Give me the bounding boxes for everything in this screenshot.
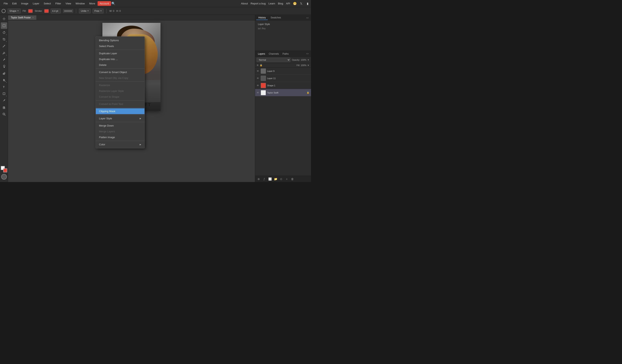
svg-point-4 [3, 65, 5, 67]
menu-filter[interactable]: Filter [53, 1, 63, 6]
text-tool[interactable]: T [1, 84, 7, 90]
fill-arrow-icon[interactable]: ▼ [307, 64, 310, 67]
move-tool[interactable] [1, 16, 7, 22]
ctx-select-pixels[interactable]: Select Pixels [96, 43, 144, 49]
menu-window[interactable]: Window [74, 1, 87, 6]
svg-point-2 [3, 32, 5, 34]
new-group-btn[interactable]: 📁 [273, 177, 277, 181]
layer-name-0: Layer 9 [267, 70, 310, 72]
history-swatches-panel: History Swatches <> Layer Style Inf Pro [255, 15, 311, 51]
ctx-rasterize-style: Rasterize Layer Style [96, 88, 144, 94]
layer-style-label: Layer Style [258, 23, 270, 26]
toolbox: ▸ ▸ ▸ ▸ T ▸ [0, 15, 8, 182]
menu-learn[interactable]: Learn [269, 2, 275, 5]
link-layers-btn[interactable]: ⊕ [257, 177, 261, 181]
layers-panel: Layers Channels Paths <> Normal Opacity:… [255, 51, 311, 182]
blend-mode-select[interactable]: Normal [257, 58, 290, 62]
tab-history[interactable]: History [256, 16, 268, 20]
lock-fill-icon[interactable]: 🔒 [260, 64, 263, 67]
ctx-color[interactable]: Color ▶ [96, 142, 144, 147]
quick-mask-btn[interactable] [1, 174, 7, 180]
background-color[interactable] [3, 168, 7, 172]
shape-tool[interactable]: ▸ [1, 91, 7, 97]
lock-icon[interactable]: ⊕ [257, 64, 258, 67]
stamp-tool[interactable] [1, 63, 7, 70]
menu-image[interactable]: Image [19, 1, 30, 6]
menu-select[interactable]: Select [42, 1, 53, 6]
svg-rect-1 [3, 24, 5, 27]
lasso-tool[interactable]: ▸ [1, 29, 7, 36]
warp-dropdown-arrow: ▼ [100, 10, 102, 12]
tab-channels[interactable]: Channels [267, 52, 281, 56]
pen-tool[interactable]: ▸ [1, 50, 7, 56]
ctx-duplicate-layer[interactable]: Duplicate Layer [96, 51, 144, 56]
add-mask-btn[interactable]: ⬜ [268, 177, 272, 181]
ctx-convert-shape: Convert to Shape [96, 94, 144, 100]
delete-layer-btn[interactable]: 🗑 [290, 177, 294, 181]
reddit-icon[interactable]: 😁 [293, 2, 297, 5]
facebook-icon[interactable]: ▮ [306, 2, 310, 5]
menu-more[interactable]: More [87, 1, 97, 6]
fill-color-swatch[interactable] [28, 9, 33, 13]
eyedropper-tool[interactable] [1, 97, 7, 104]
layer-name-1: Layer 11 [267, 77, 310, 79]
layer-visibility-icon-0[interactable]: 👁 [257, 70, 259, 73]
stroke-style-selector[interactable] [63, 9, 73, 13]
opacity-arrow-icon[interactable]: ▼ [307, 59, 310, 61]
panel-collapse-btn[interactable]: <> [305, 17, 310, 19]
menu-api[interactable]: API [286, 2, 290, 5]
brush-tool[interactable] [1, 56, 7, 63]
menu-file[interactable]: File [1, 1, 10, 6]
layer-visibility-icon-3[interactable]: 👁 [257, 91, 259, 94]
separator-2 [106, 9, 107, 13]
menu-view[interactable]: View [63, 1, 73, 6]
stroke-size-input[interactable]: 4.4 pt [51, 9, 61, 13]
ctx-flatten-image[interactable]: Flatten Image [96, 134, 144, 140]
twitter-icon[interactable]: 𝕏 [299, 2, 303, 5]
menu-edit[interactable]: Edit [10, 1, 19, 6]
warp-mode-dropdown[interactable]: Free ▼ [93, 9, 104, 13]
layer-item-1[interactable]: 👁 Layer 11 [255, 75, 311, 82]
ctx-layer-style[interactable]: Layer Style ▶ [96, 115, 144, 121]
menu-account[interactable]: Account [97, 1, 111, 6]
layer-item-3[interactable]: 👁 Taylor Swift 🔒 [255, 89, 311, 96]
crop-tool[interactable]: ▸ [1, 36, 7, 42]
select-tool[interactable] [1, 22, 7, 29]
new-layer-btn[interactable]: + [285, 177, 289, 181]
ctx-merge-down[interactable]: Merge Down [96, 123, 144, 128]
document-tab[interactable]: Taylor Swift Poster × [8, 16, 37, 20]
menu-report-bug[interactable]: Report a bug [251, 2, 266, 5]
menu-blog[interactable]: Blog [278, 2, 283, 5]
menu-about[interactable]: About [241, 2, 248, 5]
ctx-delete[interactable]: Delete [96, 62, 144, 68]
tab-layers[interactable]: Layers [256, 52, 267, 56]
menu-layer[interactable]: Layer [31, 1, 41, 6]
layer-item-0[interactable]: 👁 Layer 9 [255, 68, 311, 75]
zoom-tool[interactable] [1, 111, 7, 117]
ctx-clipping-mask[interactable]: Clipping Mask [96, 108, 144, 114]
layers-collapse-btn[interactable]: <> [305, 52, 310, 55]
stroke-color-swatch[interactable] [44, 9, 49, 13]
ctx-convert-smart[interactable]: Convert to Smart Object [96, 69, 144, 75]
paint-bucket-tool[interactable]: ▸ [1, 77, 7, 83]
blend-mode-dropdown[interactable]: Unite ▼ [79, 9, 91, 13]
tab-paths[interactable]: Paths [281, 52, 290, 56]
layer-thumb-3 [261, 90, 266, 95]
search-icon[interactable]: 🔍 [111, 1, 116, 6]
ctx-duplicate-into[interactable]: Duplicate Into ... [96, 56, 144, 62]
layer-effects-btn[interactable]: ƒ [262, 177, 266, 181]
hand-tool[interactable] [1, 104, 7, 110]
shape-dropdown[interactable]: Shape ▼ [8, 9, 21, 13]
tab-close-btn[interactable]: × [32, 17, 34, 19]
layer-style-item: Layer Style [256, 22, 310, 26]
layer-visibility-icon-2[interactable]: 👁 [257, 84, 259, 87]
layer-visibility-icon-1[interactable]: 👁 [257, 77, 259, 80]
tab-label: Taylor Swift Poster [11, 16, 31, 19]
magic-wand-tool[interactable] [1, 43, 7, 49]
ctx-blending-options[interactable]: Blending Options [96, 37, 144, 43]
eraser-tool[interactable] [1, 70, 7, 76]
tab-swatches[interactable]: Swatches [269, 16, 283, 20]
new-adjustment-btn[interactable]: ⊙ [279, 177, 283, 181]
layer-item-2[interactable]: 👁 Shape 1 [255, 82, 311, 89]
fg-bg-colors[interactable] [1, 166, 7, 172]
